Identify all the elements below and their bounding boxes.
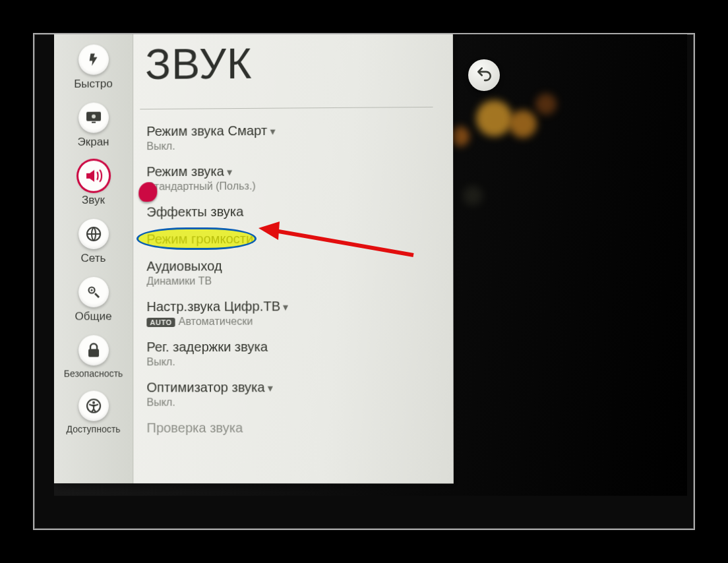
bokeh-light — [509, 110, 537, 138]
rail-item-network[interactable]: Сеть — [54, 215, 133, 274]
svg-line-9 — [275, 231, 413, 255]
rail-label: Безопасность — [54, 368, 133, 378]
setting-smart-sound-mode[interactable]: Режим звука Смарт▾ Выкл. — [146, 122, 433, 152]
divider — [140, 107, 433, 109]
rail-item-general[interactable]: Общие — [54, 273, 133, 332]
setting-sound-delay[interactable]: Рег. задержки звука Выкл. — [146, 339, 433, 368]
setting-title: Настр.звука Цифр.ТВ▾ — [146, 299, 433, 314]
rail-item-sound[interactable]: Звук — [54, 156, 133, 215]
setting-title: Проверка звука — [146, 420, 433, 435]
chevron-down-icon: ▾ — [227, 166, 232, 177]
rail-item-security[interactable]: Безопасность — [54, 331, 133, 387]
gear-icon — [78, 277, 109, 307]
back-button[interactable] — [468, 59, 500, 91]
chevron-down-icon: ▾ — [283, 301, 288, 312]
chevron-down-icon: ▾ — [268, 382, 273, 394]
svg-point-1 — [92, 115, 96, 119]
svg-marker-10 — [258, 222, 280, 240]
setting-title: Оптимизатор звука▾ — [146, 380, 433, 396]
auto-badge: AUTO — [146, 318, 175, 327]
rail-label: Звук — [54, 193, 133, 207]
rail-label: Сеть — [54, 252, 133, 266]
rail-item-display[interactable]: Экран — [54, 98, 133, 157]
svg-point-5 — [90, 289, 92, 291]
chevron-down-icon: ▾ — [270, 126, 275, 137]
bokeh-light — [463, 186, 483, 206]
bolt-icon — [78, 44, 109, 74]
svg-point-8 — [92, 401, 95, 404]
page-title: ЗВУК — [145, 38, 433, 89]
svg-rect-6 — [88, 349, 99, 357]
rail-label: Доступность — [54, 424, 133, 434]
rail-item-accessibility[interactable]: Доступность — [54, 387, 133, 442]
setting-value: Выкл. — [146, 355, 433, 368]
cursor-pointer-icon — [138, 182, 157, 202]
setting-title: Рег. задержки звука — [146, 339, 433, 355]
photo-frame: Быстро Экран Звук — [33, 33, 695, 530]
rail-label: Быстро — [54, 77, 133, 91]
annotation-arrow-icon — [252, 219, 423, 265]
setting-value: Выкл. — [146, 138, 433, 152]
setting-value: Динамики ТВ — [146, 274, 433, 287]
back-icon — [475, 65, 493, 86]
bokeh-light — [535, 94, 557, 115]
tv-screen: Быстро Экран Звук — [54, 34, 687, 496]
setting-title: Режим звука▾ — [146, 163, 433, 180]
svg-rect-2 — [92, 122, 96, 123]
setting-value: Стандартный (Польз.) — [146, 179, 433, 193]
setting-sound-test[interactable]: Проверка звука — [146, 420, 433, 435]
setting-title: Режим звука Смарт▾ — [146, 122, 433, 139]
bokeh-light — [476, 100, 512, 136]
setting-sound-effects[interactable]: Эффекты звука — [146, 203, 433, 220]
display-icon — [78, 102, 109, 133]
setting-title: Эффекты звука — [146, 203, 433, 220]
rail-label: Общие — [54, 310, 133, 323]
accessibility-icon — [78, 391, 109, 421]
annotation-highlight — [136, 227, 257, 250]
lock-icon — [78, 335, 109, 365]
setting-value: Выкл. — [146, 396, 433, 409]
setting-value: AUTOАвтоматически — [146, 315, 433, 328]
setting-sound-optimizer[interactable]: Оптимизатор звука▾ Выкл. — [146, 380, 433, 409]
setting-sound-mode[interactable]: Режим звука▾ Стандартный (Польз.) — [146, 163, 433, 193]
rail-item-quick[interactable]: Быстро — [54, 40, 133, 99]
rail-label: Экран — [54, 135, 133, 149]
category-rail: Быстро Экран Звук — [54, 34, 133, 483]
globe-icon — [78, 219, 109, 249]
setting-digital-tv-sound[interactable]: Настр.звука Цифр.ТВ▾ AUTOАвтоматически — [146, 299, 433, 328]
speaker-icon — [78, 161, 109, 191]
